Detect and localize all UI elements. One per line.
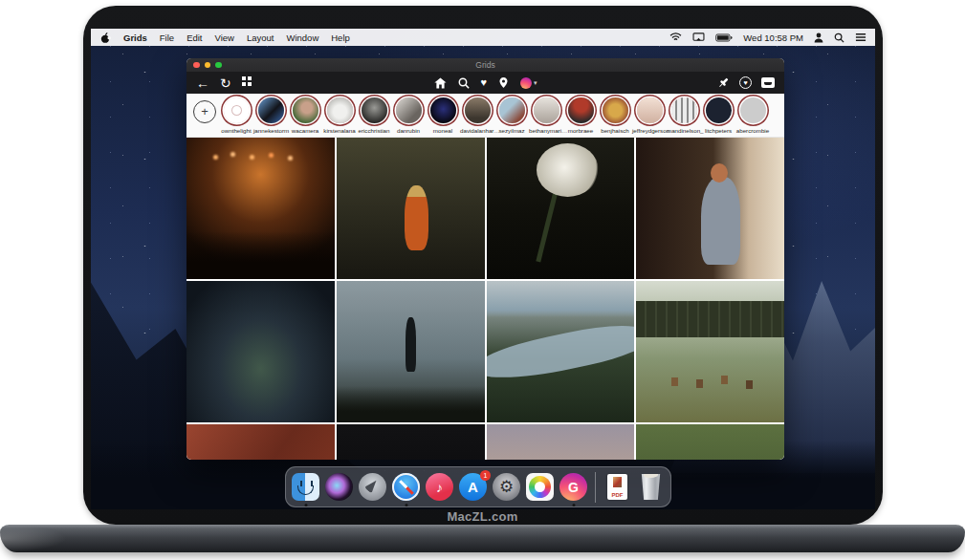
menu-bar-clock[interactable]: Wed 10:58 PM <box>743 32 803 43</box>
account-menu-button[interactable]: ▾ <box>520 77 537 89</box>
macbook-base <box>0 525 965 552</box>
story-username: abercrombie <box>735 127 770 134</box>
window-titlebar[interactable]: Grids <box>186 58 784 72</box>
photo-grid <box>186 138 784 460</box>
siri-icon <box>325 473 353 501</box>
photo-rust-texture[interactable] <box>186 424 335 460</box>
dock-item-grids[interactable]: G <box>559 473 587 501</box>
dock-item-siri[interactable] <box>325 473 353 501</box>
menu-item-window[interactable]: Window <box>286 32 318 43</box>
menu-item-file[interactable]: File <box>160 32 174 43</box>
story-avatar <box>603 97 628 123</box>
notification-badge: 1 <box>480 470 491 481</box>
story-item[interactable]: kirstenalana <box>322 97 357 134</box>
menu-bar-left: GridsFileEditViewLayoutWindowHelp <box>99 32 350 44</box>
story-item[interactable]: sezyilmaz <box>494 97 529 134</box>
story-avatar <box>327 97 353 123</box>
menu-item-grids[interactable]: Grids <box>123 32 147 43</box>
spotlight-search-icon[interactable] <box>834 32 844 43</box>
photo-deer-in-meadow[interactable] <box>636 281 784 422</box>
photo-storm-clouds-valley[interactable] <box>186 281 335 422</box>
menu-item-layout[interactable]: Layout <box>247 32 274 43</box>
dock-divider <box>595 472 596 503</box>
menu-item-help[interactable]: Help <box>331 32 350 43</box>
battery-icon[interactable] <box>715 33 733 42</box>
display-mirroring-icon[interactable] <box>692 32 705 42</box>
activity-button[interactable]: ♥ <box>739 76 752 89</box>
grids-app-window: Grids ← ↻ ♥ <box>186 58 784 460</box>
running-indicator <box>572 504 575 506</box>
locations-button[interactable] <box>498 76 509 89</box>
photo-green-forest[interactable] <box>636 424 784 460</box>
story-item[interactable]: abercrombie <box>735 97 770 134</box>
story-avatar <box>568 97 594 123</box>
photo-river-through-forest[interactable] <box>487 281 635 422</box>
story-item[interactable]: benjhaisch <box>598 97 632 134</box>
home-button[interactable] <box>433 77 446 89</box>
finder-icon <box>292 473 319 501</box>
story-item[interactable]: wacamera <box>288 97 322 134</box>
story-username: morbraee <box>563 127 598 134</box>
photo-sunset-clouds[interactable] <box>487 424 635 460</box>
story-item[interactable]: ericchristian <box>357 97 391 134</box>
story-item[interactable]: bethanymari… <box>529 97 563 134</box>
story-username: danrubin <box>391 127 426 134</box>
story-username: kirstenalana <box>322 127 357 134</box>
dock-item-safari[interactable] <box>392 473 420 501</box>
grid-view-button[interactable] <box>242 76 246 80</box>
story-item[interactable]: morbraee <box>563 97 598 134</box>
dock-item-launchpad[interactable] <box>359 473 386 501</box>
story-avatar <box>499 97 525 123</box>
story-avatar <box>362 97 387 123</box>
dock-item-app-store[interactable]: A1 <box>459 473 487 501</box>
story-avatar <box>430 97 456 123</box>
story-item[interactable]: mandinelson_ <box>667 97 701 134</box>
story-username: davidalanhar… <box>460 127 494 134</box>
apple-menu-icon[interactable] <box>99 32 111 44</box>
dock-item-itunes[interactable]: ♪ <box>426 473 453 501</box>
stories-bar: + ownthelightjannekestormwacamerakirsten… <box>186 94 784 138</box>
dock-item-system-preferences[interactable]: ⚙ <box>493 473 520 501</box>
story-username: moneal <box>426 127 460 134</box>
story-avatar <box>637 97 663 123</box>
inbox-button[interactable] <box>761 77 775 88</box>
wifi-icon[interactable] <box>669 32 682 42</box>
pdf-file-icon: PDF <box>607 474 627 500</box>
back-button[interactable]: ← <box>196 76 209 90</box>
notification-center-icon[interactable] <box>855 32 866 42</box>
toolbar-right: ♥ <box>717 76 775 89</box>
toolbar-center: ♥ ▾ <box>433 76 537 89</box>
desktop-display: GridsFileEditViewLayoutWindowHelp <box>91 29 875 509</box>
photos-icon <box>526 473 554 501</box>
likes-button[interactable]: ♥ <box>480 77 487 88</box>
story-username: litchpeters <box>701 127 735 134</box>
menu-item-view[interactable]: View <box>215 32 234 43</box>
story-item[interactable]: litchpeters <box>701 97 735 134</box>
photo-woman-in-lake[interactable] <box>337 281 485 422</box>
story-item[interactable]: danrubin <box>391 97 426 134</box>
dock-item-finder[interactable] <box>292 473 319 501</box>
story-avatar <box>224 97 250 123</box>
search-button[interactable] <box>457 77 469 89</box>
photo-concert-stage-lights[interactable] <box>186 138 335 279</box>
story-item[interactable]: jannekestorm <box>253 97 288 134</box>
refresh-button[interactable]: ↻ <box>220 76 231 90</box>
dock-item-photos[interactable] <box>526 473 554 501</box>
story-username: sezyilmaz <box>494 127 529 134</box>
story-item[interactable]: davidalanhar… <box>460 97 494 134</box>
add-account-button[interactable]: + <box>193 100 216 123</box>
story-avatar <box>396 97 422 123</box>
photo-dark-frame[interactable] <box>337 424 485 460</box>
pin-button[interactable] <box>717 76 730 89</box>
photo-woman-orange-dress-field[interactable] <box>337 138 485 279</box>
story-item[interactable]: moneal <box>426 97 460 134</box>
dock-item-trash[interactable] <box>637 473 665 501</box>
user-icon[interactable] <box>814 32 823 43</box>
dock-item-pdf-file[interactable]: PDF <box>603 473 631 501</box>
story-item[interactable]: ownthelight <box>219 97 253 134</box>
menu-item-edit[interactable]: Edit <box>186 32 202 43</box>
story-item[interactable]: jeffreydgerson <box>632 97 667 134</box>
photo-white-flower-dark[interactable] <box>487 138 635 279</box>
dock: ♪A1⚙GPDF <box>285 466 671 507</box>
photo-boy-by-window[interactable] <box>636 138 784 279</box>
